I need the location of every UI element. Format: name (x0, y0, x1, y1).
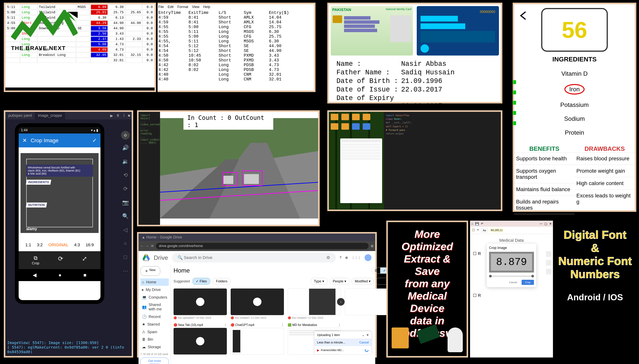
vscode-window[interactable]: import tensorflow class Model: def __ini… (384, 112, 501, 210)
get-storage-button[interactable]: Get more storage (141, 358, 169, 364)
address-bar[interactable]: drive.google.com/drive/home (156, 243, 369, 249)
crop-button[interactable]: Crop (522, 280, 534, 285)
close-icon[interactable]: ✕ (23, 137, 27, 144)
debug-pause-icon[interactable]: ⏸ (116, 113, 120, 118)
file-icon[interactable] (363, 123, 370, 130)
folder-icon[interactable] (363, 114, 370, 120)
home-icon[interactable]: ⌂ (471, 222, 473, 226)
refresh-icon[interactable]: ⟳ (58, 255, 63, 265)
back-arrow-icon[interactable] (518, 10, 529, 21)
sidebar-item-shared-with-me[interactable]: 👥Shared with me (141, 301, 169, 313)
upload-cancel-button[interactable]: Cancel (359, 341, 369, 344)
ide-tab-2[interactable]: image_croppe (35, 112, 65, 120)
ppt-toolbar[interactable]: ⌂ 💾 ↶ — ▢ ✕ (470, 221, 553, 227)
nav-fwd-icon[interactable]: → (146, 244, 149, 248)
video-thumbnail[interactable] (174, 328, 227, 354)
emulator-volup-icon[interactable]: 🔊 (121, 144, 130, 153)
nav-recent-icon[interactable]: ■ (84, 272, 87, 278)
close-icon[interactable]: ✕ (549, 222, 552, 226)
video-thumbnail[interactable] (231, 328, 284, 354)
ide-tab-1[interactable]: pubspec.yaml (5, 112, 35, 120)
menu-edit[interactable]: Edit (168, 5, 174, 9)
emulator-voldown-icon[interactable]: 🔉 (121, 158, 130, 167)
aspect-ratio-bar[interactable]: 1:13:2ORIGINAL4:316:9 (19, 239, 101, 251)
slider-handle[interactable] (489, 275, 492, 278)
new-button[interactable]: +New (141, 266, 160, 276)
browser-tab[interactable]: ▲ Home - Google Drive (139, 234, 375, 241)
filter-chip-people[interactable]: People ▾ (330, 278, 349, 285)
sidebar-item-starred[interactable]: ★Starred (141, 320, 169, 328)
reload-icon[interactable]: ⟳ (151, 244, 154, 248)
undo-icon[interactable]: ↶ (481, 222, 483, 226)
folder-icon[interactable] (341, 114, 349, 120)
chip-files[interactable]: ✓ Files (193, 278, 210, 285)
close-icon[interactable]: ✕ (366, 333, 369, 337)
folder-icon[interactable] (331, 123, 338, 130)
emulator-rotate-right-icon[interactable]: ⟳ (121, 186, 130, 194)
minimize-icon[interactable]: — (539, 222, 542, 226)
debug-play-icon[interactable]: ▶ (110, 113, 113, 118)
avatar[interactable] (365, 254, 371, 261)
help-icon[interactable]: ? (340, 256, 341, 260)
emulator-home-icon[interactable]: ○ (121, 240, 130, 249)
menu-help[interactable]: Help (203, 5, 210, 9)
sidebar-item-bin[interactable]: 🗑Bin (141, 336, 169, 343)
folder-icon[interactable] (341, 123, 349, 130)
sidebar-tool-icon[interactable] (546, 251, 552, 257)
ratio-option[interactable]: 1:1 (25, 242, 31, 248)
nav-home-icon[interactable]: ● (59, 272, 62, 278)
nav-back-icon[interactable]: ← (141, 244, 144, 248)
folder-icon[interactable] (331, 114, 338, 120)
emulator-more-icon[interactable]: ⋯ (121, 268, 130, 276)
debug-stop-icon[interactable]: ■ (128, 113, 130, 118)
filter-chip-type[interactable]: Type ▾ (311, 278, 327, 285)
slider-handle[interactable] (531, 275, 534, 278)
sidebar-item-my-drive[interactable]: ▸My Drive (141, 286, 169, 294)
settings-icon[interactable]: ⚙ (345, 256, 348, 260)
video-thumbnail[interactable] (231, 288, 284, 315)
menu-format[interactable]: Format (177, 5, 188, 9)
nav-back-icon[interactable]: ◀ (33, 272, 37, 278)
sidebar-tool-icon[interactable] (546, 260, 552, 266)
save-icon[interactable]: 💾 (475, 222, 479, 226)
apps-icon[interactable]: ⋮⋮⋮ (352, 256, 361, 260)
filter-icon[interactable]: ⚙ (326, 255, 330, 260)
emulator-camera-icon[interactable]: 📷 (121, 199, 130, 208)
file-icon[interactable] (352, 123, 360, 130)
emulator-back-icon[interactable]: ◁ (121, 227, 130, 236)
drive-search-input[interactable]: 🔍 Search in Drive ⚙ (172, 253, 336, 262)
chip-folders[interactable]: Folders (213, 278, 231, 285)
view-list-icon[interactable]: ☰ (371, 268, 380, 274)
sidebar-tool-icon[interactable] (546, 269, 552, 274)
chevron-down-icon[interactable]: ⌄ (362, 333, 364, 337)
sidebar-item-recent[interactable]: 🕐Recent (141, 313, 169, 320)
menu-file[interactable]: File (158, 5, 164, 9)
emulator-zoom-icon[interactable]: 🔍 (121, 213, 130, 222)
sidebar-item-computers[interactable]: 💻Computers (141, 294, 169, 301)
sidebar-item-spam[interactable]: ⚠Spam (141, 328, 169, 336)
ratio-option[interactable]: 4:3 (74, 242, 80, 248)
sidebar-item-home[interactable]: ⌂Home (141, 278, 169, 286)
cancel-button[interactable]: Cancel (506, 280, 520, 285)
emulator-power-icon[interactable]: ⏻ (121, 131, 130, 140)
crop-button[interactable]: ⧉ Crop (32, 255, 39, 265)
scale-icon[interactable]: ⤢ (82, 255, 87, 265)
notepad-menubar[interactable]: FileEditFormatViewHelp (158, 4, 314, 10)
confirm-icon[interactable]: ✓ (92, 137, 97, 144)
ratio-option[interactable]: ORIGINAL (48, 242, 68, 248)
debug-step-icon[interactable]: ⤵ (123, 113, 125, 118)
maximize-icon[interactable]: ▢ (544, 222, 547, 226)
extensions-icon[interactable]: ⊞ (371, 244, 373, 248)
sidebar-item-storage[interactable]: ☁Storage (141, 343, 169, 351)
emulator-rotate-left-icon[interactable]: ⟲ (121, 172, 130, 181)
emulator-overview-icon[interactable]: □ (121, 254, 130, 263)
ratio-option[interactable]: 16:9 (86, 242, 94, 248)
crop-canvas[interactable]: Wholewheat cereal biscuits fortified wit… (21, 153, 99, 233)
menu-view[interactable]: View (192, 5, 199, 9)
video-thumbnail[interactable]: › (288, 288, 341, 315)
folder-icon[interactable] (352, 114, 360, 120)
ratio-option[interactable]: 3:2 (37, 242, 43, 248)
video-thumbnail[interactable] (174, 288, 227, 315)
filter-chip-modified[interactable]: Modified ▾ (352, 278, 374, 285)
file-manager-window[interactable] (340, 138, 382, 203)
